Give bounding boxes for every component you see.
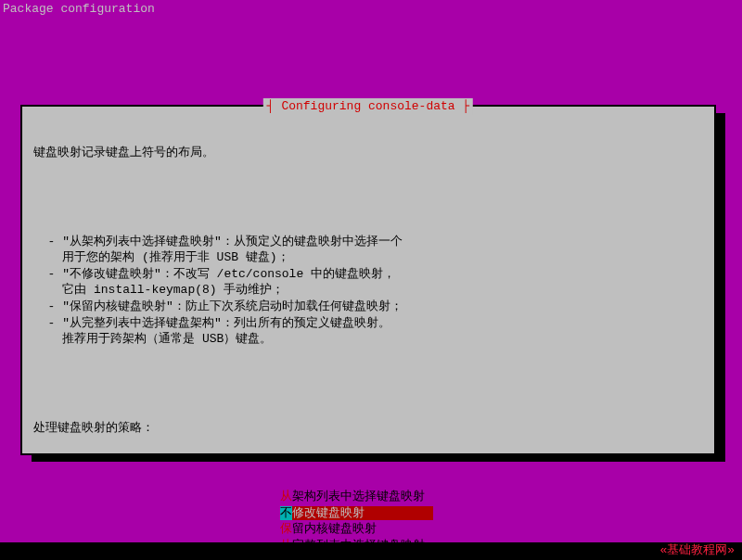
intro-text: 键盘映射记录键盘上符号的布局。: [33, 145, 703, 161]
dialog-title: ┤ Configuring console-data ├: [263, 98, 473, 115]
prompt-text: 处理键盘映射的策略：: [33, 420, 703, 437]
footer-label: «基础教程网»: [659, 542, 735, 559]
menu-option-2[interactable]: 保留内核键盘映射: [280, 521, 703, 538]
screen-title: Package configuration: [0, 0, 742, 19]
dialog-body: 键盘映射记录键盘上符号的布局。 - "从架构列表中选择键盘映射"：从预定义的键盘…: [22, 107, 714, 560]
menu-option-1[interactable]: 不修改键盘映射: [280, 505, 433, 522]
description-text: - "从架构列表中选择键盘映射"：从预定义的键盘映射中选择一个 用于您的架构 (…: [33, 234, 703, 348]
menu-option-0[interactable]: 从架构列表中选择键盘映射: [280, 489, 703, 505]
config-dialog: ┤ Configuring console-data ├ 键盘映射记录键盘上符号…: [20, 105, 716, 455]
bottom-strip: [0, 542, 742, 560]
